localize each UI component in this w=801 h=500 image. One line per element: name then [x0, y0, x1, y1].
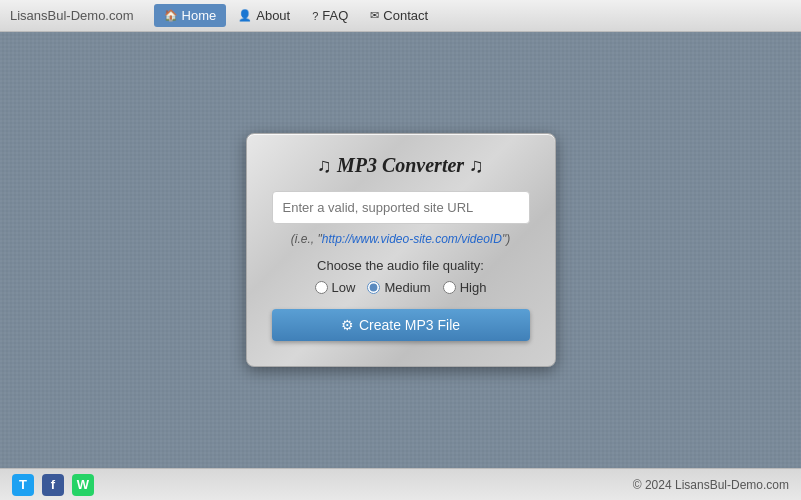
create-btn-label: Create MP3 File	[359, 317, 460, 333]
music-note-right: ♫	[464, 154, 484, 176]
quality-high[interactable]: High	[443, 280, 487, 295]
quality-low-radio[interactable]	[315, 281, 328, 294]
navbar: LisansBul-Demo.com 🏠 Home 👤 About ? FAQ …	[0, 0, 801, 32]
nav-home[interactable]: 🏠 Home	[154, 4, 227, 27]
nav-faq[interactable]: ? FAQ	[302, 4, 358, 27]
footer: T f W © 2024 LisansBul-Demo.com	[0, 468, 801, 500]
example-suffix: ")	[502, 232, 510, 246]
quality-options: Low Medium High	[272, 280, 530, 295]
card-title: ♫ MP3 Converter ♫	[272, 154, 530, 177]
faq-icon: ?	[312, 10, 318, 22]
person-icon: 👤	[238, 9, 252, 22]
create-mp3-button[interactable]: ⚙Create MP3 File	[272, 309, 530, 341]
quality-high-label: High	[460, 280, 487, 295]
card-title-text: MP3 Converter	[337, 154, 464, 176]
quality-low-label: Low	[332, 280, 356, 295]
music-note-left: ♫	[317, 154, 337, 176]
envelope-icon: ✉	[370, 9, 379, 22]
quality-high-radio[interactable]	[443, 281, 456, 294]
quality-label: Choose the audio file quality:	[272, 258, 530, 273]
nav-home-label: Home	[182, 8, 217, 23]
nav-links: 🏠 Home 👤 About ? FAQ ✉ Contact	[154, 4, 439, 27]
facebook-icon[interactable]: f	[42, 474, 64, 496]
footer-copyright: © 2024 LisansBul-Demo.com	[633, 478, 789, 492]
twitter-icon[interactable]: T	[12, 474, 34, 496]
converter-card: ♫ MP3 Converter ♫ (i.e., "http://www.vid…	[246, 133, 556, 367]
nav-about[interactable]: 👤 About	[228, 4, 300, 27]
navbar-brand: LisansBul-Demo.com	[10, 8, 134, 23]
quality-section: Choose the audio file quality: Low Mediu…	[272, 258, 530, 295]
home-icon: 🏠	[164, 9, 178, 22]
nav-faq-label: FAQ	[322, 8, 348, 23]
quality-medium-radio[interactable]	[367, 281, 380, 294]
nav-contact-label: Contact	[383, 8, 428, 23]
social-icons: T f W	[12, 474, 94, 496]
quality-medium-label: Medium	[384, 280, 430, 295]
example-url-link[interactable]: http://www.video-site.com/videoID	[322, 232, 502, 246]
url-input[interactable]	[272, 191, 530, 224]
main-content: ♫ MP3 Converter ♫ (i.e., "http://www.vid…	[0, 32, 801, 468]
example-prefix: (i.e., "	[291, 232, 322, 246]
nav-contact[interactable]: ✉ Contact	[360, 4, 438, 27]
nav-about-label: About	[256, 8, 290, 23]
quality-medium[interactable]: Medium	[367, 280, 430, 295]
quality-low[interactable]: Low	[315, 280, 356, 295]
whatsapp-icon[interactable]: W	[72, 474, 94, 496]
example-text: (i.e., "http://www.video-site.com/videoI…	[272, 232, 530, 246]
gear-icon: ⚙	[341, 317, 354, 333]
